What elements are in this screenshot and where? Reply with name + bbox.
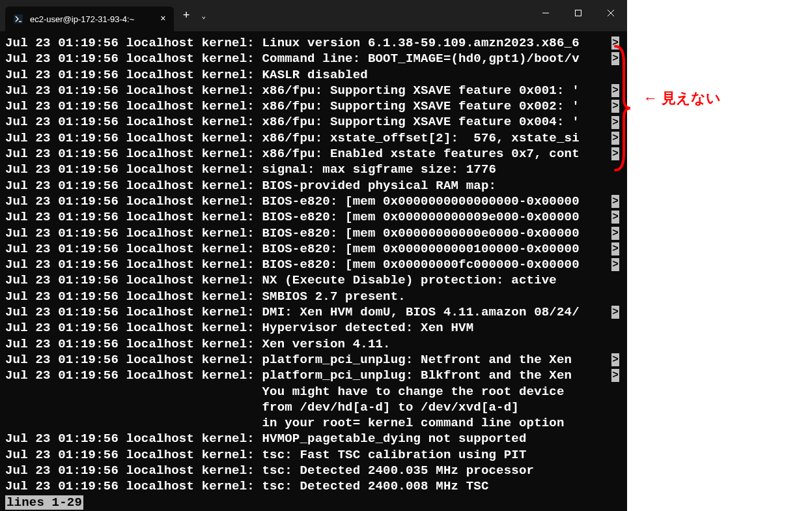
svg-rect-1 <box>576 10 581 16</box>
terminal-output[interactable]: Jul 23 01:19:56 localhost kernel: Linux … <box>0 31 627 511</box>
pager-status: lines 1-29 <box>5 495 83 510</box>
tab-title: ec2-user@ip-172-31-93-4:~ <box>30 14 134 24</box>
terminal-line: Jul 23 01:19:56 localhost kernel: BIOS-e… <box>5 257 622 272</box>
terminal-line: from /dev/hd[a-d] to /dev/xvd[a-d] <box>5 400 622 415</box>
truncation-indicator: > <box>611 353 619 366</box>
window-controls <box>529 0 627 26</box>
terminal-line: Jul 23 01:19:56 localhost kernel: BIOS-e… <box>5 226 622 241</box>
tab-active[interactable]: ec2-user@ip-172-31-93-4:~ × <box>5 7 174 31</box>
terminal-line: Jul 23 01:19:56 localhost kernel: signal… <box>5 162 622 177</box>
annotation-text: ← 見えない <box>643 89 721 108</box>
truncation-indicator: > <box>611 258 619 271</box>
new-tab-button[interactable]: + <box>183 9 190 22</box>
terminal-line: Jul 23 01:19:56 localhost kernel: HVMOP_… <box>5 431 622 446</box>
truncation-indicator: > <box>611 227 619 240</box>
terminal-line: Jul 23 01:19:56 localhost kernel: tsc: D… <box>5 478 622 494</box>
terminal-line: Jul 23 01:19:56 localhost kernel: x86/fp… <box>5 130 622 146</box>
terminal-line: in your root= kernel command line option <box>5 415 622 431</box>
terminal-window: ec2-user@ip-172-31-93-4:~ × + ⌄ Jul 23 0… <box>0 0 627 511</box>
truncation-indicator: > <box>611 195 619 208</box>
terminal-line: Jul 23 01:19:56 localhost kernel: platfo… <box>5 352 622 368</box>
terminal-line: Jul 23 01:19:56 localhost kernel: SMBIOS… <box>5 289 622 304</box>
terminal-line: Jul 23 01:19:56 localhost kernel: x86/fp… <box>5 146 622 162</box>
titlebar[interactable]: ec2-user@ip-172-31-93-4:~ × + ⌄ <box>0 0 627 31</box>
terminal-line: Jul 23 01:19:56 localhost kernel: x86/fp… <box>5 83 622 98</box>
terminal-line: Jul 23 01:19:56 localhost kernel: NX (Ex… <box>5 272 622 288</box>
truncation-indicator: > <box>611 211 619 224</box>
maximize-button[interactable] <box>562 0 595 26</box>
terminal-line: Jul 23 01:19:56 localhost kernel: BIOS-e… <box>5 209 622 225</box>
truncation-indicator: > <box>611 306 619 319</box>
terminal-line: Jul 23 01:19:56 localhost kernel: x86/fp… <box>5 98 622 114</box>
terminal-line: Jul 23 01:19:56 localhost kernel: Xen ve… <box>5 336 622 352</box>
truncation-indicator: > <box>611 369 619 382</box>
powershell-icon <box>13 14 23 24</box>
terminal-line: Jul 23 01:19:56 localhost kernel: DMI: X… <box>5 304 622 320</box>
tab-dropdown-button[interactable]: ⌄ <box>201 12 206 20</box>
terminal-line: Jul 23 01:19:56 localhost kernel: Hyperv… <box>5 320 622 336</box>
terminal-line: Jul 23 01:19:56 localhost kernel: BIOS-e… <box>5 194 622 209</box>
terminal-line: Jul 23 01:19:56 localhost kernel: platfo… <box>5 368 622 383</box>
terminal-line: Jul 23 01:19:56 localhost kernel: x86/fp… <box>5 114 622 130</box>
terminal-line: Jul 23 01:19:56 localhost kernel: KASLR … <box>5 67 622 83</box>
minimize-button[interactable] <box>529 0 562 26</box>
terminal-line: Jul 23 01:19:56 localhost kernel: Linux … <box>5 35 622 51</box>
terminal-line: Jul 23 01:19:56 localhost kernel: BIOS-e… <box>5 241 622 257</box>
tab-close-button[interactable]: × <box>160 14 165 24</box>
terminal-line: Jul 23 01:19:56 localhost kernel: tsc: F… <box>5 447 622 463</box>
truncation-indicator: > <box>611 242 619 256</box>
terminal-line: Jul 23 01:19:56 localhost kernel: tsc: D… <box>5 463 622 478</box>
close-button[interactable] <box>595 0 627 26</box>
annotation-bracket <box>612 43 632 173</box>
terminal-line: You might have to change the root device <box>5 384 622 400</box>
terminal-line: Jul 23 01:19:56 localhost kernel: Comman… <box>5 51 622 66</box>
terminal-line: Jul 23 01:19:56 localhost kernel: BIOS-p… <box>5 178 622 194</box>
